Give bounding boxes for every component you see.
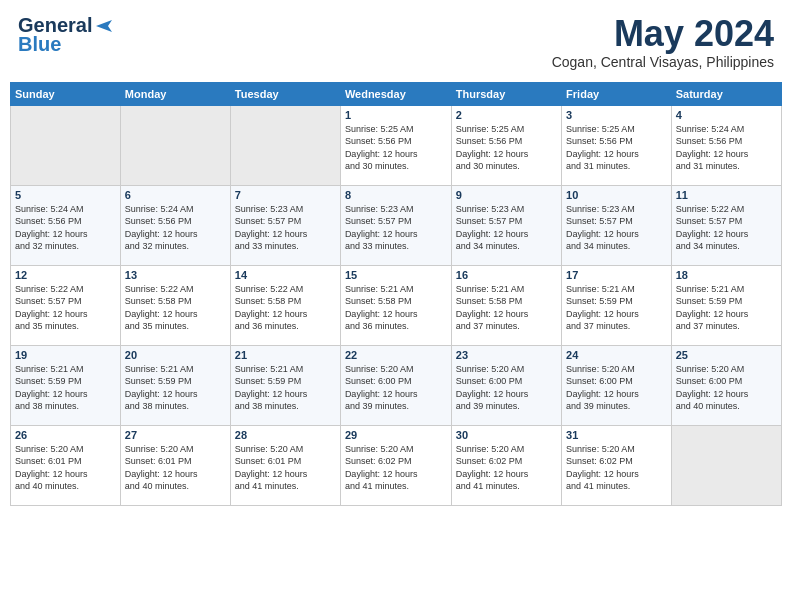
calendar-cell: 29Sunrise: 5:20 AM Sunset: 6:02 PM Dayli… [340, 425, 451, 505]
day-number: 5 [15, 189, 116, 201]
day-info: Sunrise: 5:23 AM Sunset: 5:57 PM Dayligh… [566, 203, 667, 253]
day-number: 28 [235, 429, 336, 441]
logo: General Blue [18, 14, 114, 56]
calendar-cell: 30Sunrise: 5:20 AM Sunset: 6:02 PM Dayli… [451, 425, 561, 505]
day-info: Sunrise: 5:21 AM Sunset: 5:58 PM Dayligh… [345, 283, 447, 333]
calendar-cell: 18Sunrise: 5:21 AM Sunset: 5:59 PM Dayli… [671, 265, 781, 345]
day-number: 31 [566, 429, 667, 441]
calendar-cell: 24Sunrise: 5:20 AM Sunset: 6:00 PM Dayli… [562, 345, 672, 425]
day-number: 29 [345, 429, 447, 441]
day-number: 26 [15, 429, 116, 441]
day-number: 8 [345, 189, 447, 201]
calendar-cell: 2Sunrise: 5:25 AM Sunset: 5:56 PM Daylig… [451, 105, 561, 185]
day-info: Sunrise: 5:20 AM Sunset: 6:00 PM Dayligh… [345, 363, 447, 413]
day-info: Sunrise: 5:24 AM Sunset: 5:56 PM Dayligh… [15, 203, 116, 253]
logo-bird-icon [94, 16, 114, 36]
calendar-cell: 26Sunrise: 5:20 AM Sunset: 6:01 PM Dayli… [11, 425, 121, 505]
day-info: Sunrise: 5:20 AM Sunset: 6:02 PM Dayligh… [566, 443, 667, 493]
calendar-cell: 21Sunrise: 5:21 AM Sunset: 5:59 PM Dayli… [230, 345, 340, 425]
calendar-cell: 27Sunrise: 5:20 AM Sunset: 6:01 PM Dayli… [120, 425, 230, 505]
day-info: Sunrise: 5:22 AM Sunset: 5:58 PM Dayligh… [125, 283, 226, 333]
calendar-header-row: SundayMondayTuesdayWednesdayThursdayFrid… [11, 82, 782, 105]
day-number: 18 [676, 269, 777, 281]
day-info: Sunrise: 5:20 AM Sunset: 6:02 PM Dayligh… [345, 443, 447, 493]
calendar-cell: 8Sunrise: 5:23 AM Sunset: 5:57 PM Daylig… [340, 185, 451, 265]
day-number: 14 [235, 269, 336, 281]
day-number: 4 [676, 109, 777, 121]
calendar-cell: 25Sunrise: 5:20 AM Sunset: 6:00 PM Dayli… [671, 345, 781, 425]
calendar-week-row: 19Sunrise: 5:21 AM Sunset: 5:59 PM Dayli… [11, 345, 782, 425]
weekday-header: Thursday [451, 82, 561, 105]
day-number: 10 [566, 189, 667, 201]
day-number: 12 [15, 269, 116, 281]
calendar-cell: 13Sunrise: 5:22 AM Sunset: 5:58 PM Dayli… [120, 265, 230, 345]
day-number: 1 [345, 109, 447, 121]
day-info: Sunrise: 5:20 AM Sunset: 6:01 PM Dayligh… [125, 443, 226, 493]
calendar-cell: 6Sunrise: 5:24 AM Sunset: 5:56 PM Daylig… [120, 185, 230, 265]
day-number: 24 [566, 349, 667, 361]
weekday-header: Sunday [11, 82, 121, 105]
weekday-header: Saturday [671, 82, 781, 105]
day-info: Sunrise: 5:20 AM Sunset: 6:01 PM Dayligh… [235, 443, 336, 493]
day-info: Sunrise: 5:21 AM Sunset: 5:59 PM Dayligh… [676, 283, 777, 333]
day-number: 11 [676, 189, 777, 201]
calendar-cell: 31Sunrise: 5:20 AM Sunset: 6:02 PM Dayli… [562, 425, 672, 505]
calendar-week-row: 26Sunrise: 5:20 AM Sunset: 6:01 PM Dayli… [11, 425, 782, 505]
day-info: Sunrise: 5:20 AM Sunset: 6:00 PM Dayligh… [456, 363, 557, 413]
day-number: 2 [456, 109, 557, 121]
calendar-cell [230, 105, 340, 185]
calendar-cell: 14Sunrise: 5:22 AM Sunset: 5:58 PM Dayli… [230, 265, 340, 345]
weekday-header: Monday [120, 82, 230, 105]
day-info: Sunrise: 5:25 AM Sunset: 5:56 PM Dayligh… [456, 123, 557, 173]
calendar-cell: 1Sunrise: 5:25 AM Sunset: 5:56 PM Daylig… [340, 105, 451, 185]
svg-marker-0 [96, 20, 112, 32]
page-header: General Blue May 2024 Cogan, Central Vis… [10, 10, 782, 74]
calendar-cell: 10Sunrise: 5:23 AM Sunset: 5:57 PM Dayli… [562, 185, 672, 265]
weekday-header: Tuesday [230, 82, 340, 105]
day-number: 17 [566, 269, 667, 281]
calendar-cell: 3Sunrise: 5:25 AM Sunset: 5:56 PM Daylig… [562, 105, 672, 185]
calendar-cell: 12Sunrise: 5:22 AM Sunset: 5:57 PM Dayli… [11, 265, 121, 345]
day-info: Sunrise: 5:22 AM Sunset: 5:57 PM Dayligh… [676, 203, 777, 253]
calendar-cell [120, 105, 230, 185]
logo-blue: Blue [18, 33, 61, 56]
day-info: Sunrise: 5:23 AM Sunset: 5:57 PM Dayligh… [456, 203, 557, 253]
day-number: 15 [345, 269, 447, 281]
calendar-cell: 4Sunrise: 5:24 AM Sunset: 5:56 PM Daylig… [671, 105, 781, 185]
day-number: 30 [456, 429, 557, 441]
calendar-cell [671, 425, 781, 505]
day-info: Sunrise: 5:22 AM Sunset: 5:57 PM Dayligh… [15, 283, 116, 333]
day-number: 25 [676, 349, 777, 361]
calendar-cell: 28Sunrise: 5:20 AM Sunset: 6:01 PM Dayli… [230, 425, 340, 505]
day-info: Sunrise: 5:21 AM Sunset: 5:59 PM Dayligh… [566, 283, 667, 333]
calendar-week-row: 12Sunrise: 5:22 AM Sunset: 5:57 PM Dayli… [11, 265, 782, 345]
calendar-cell: 7Sunrise: 5:23 AM Sunset: 5:57 PM Daylig… [230, 185, 340, 265]
day-number: 9 [456, 189, 557, 201]
day-number: 7 [235, 189, 336, 201]
day-info: Sunrise: 5:22 AM Sunset: 5:58 PM Dayligh… [235, 283, 336, 333]
calendar-cell: 16Sunrise: 5:21 AM Sunset: 5:58 PM Dayli… [451, 265, 561, 345]
day-number: 13 [125, 269, 226, 281]
day-number: 23 [456, 349, 557, 361]
day-info: Sunrise: 5:20 AM Sunset: 6:01 PM Dayligh… [15, 443, 116, 493]
title-block: May 2024 Cogan, Central Visayas, Philipp… [552, 14, 774, 70]
day-number: 6 [125, 189, 226, 201]
day-info: Sunrise: 5:21 AM Sunset: 5:59 PM Dayligh… [235, 363, 336, 413]
calendar-week-row: 5Sunrise: 5:24 AM Sunset: 5:56 PM Daylig… [11, 185, 782, 265]
calendar-cell: 5Sunrise: 5:24 AM Sunset: 5:56 PM Daylig… [11, 185, 121, 265]
calendar-cell: 23Sunrise: 5:20 AM Sunset: 6:00 PM Dayli… [451, 345, 561, 425]
day-info: Sunrise: 5:25 AM Sunset: 5:56 PM Dayligh… [566, 123, 667, 173]
day-number: 22 [345, 349, 447, 361]
location-subtitle: Cogan, Central Visayas, Philippines [552, 54, 774, 70]
day-info: Sunrise: 5:23 AM Sunset: 5:57 PM Dayligh… [345, 203, 447, 253]
day-info: Sunrise: 5:20 AM Sunset: 6:00 PM Dayligh… [566, 363, 667, 413]
calendar-cell [11, 105, 121, 185]
calendar-cell: 19Sunrise: 5:21 AM Sunset: 5:59 PM Dayli… [11, 345, 121, 425]
calendar-cell: 15Sunrise: 5:21 AM Sunset: 5:58 PM Dayli… [340, 265, 451, 345]
day-number: 3 [566, 109, 667, 121]
calendar-cell: 22Sunrise: 5:20 AM Sunset: 6:00 PM Dayli… [340, 345, 451, 425]
calendar-week-row: 1Sunrise: 5:25 AM Sunset: 5:56 PM Daylig… [11, 105, 782, 185]
day-number: 20 [125, 349, 226, 361]
calendar-table: SundayMondayTuesdayWednesdayThursdayFrid… [10, 82, 782, 506]
day-info: Sunrise: 5:20 AM Sunset: 6:02 PM Dayligh… [456, 443, 557, 493]
